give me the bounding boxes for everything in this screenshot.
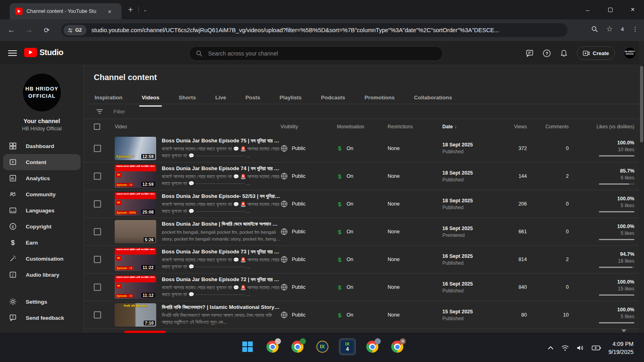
- col-monetisation[interactable]: Monetisation: [337, 124, 388, 130]
- col-comments[interactable]: Comments: [527, 124, 569, 130]
- browser-menu-icon[interactable]: ⋮: [632, 25, 638, 33]
- select-all-checkbox[interactable]: [94, 123, 100, 130]
- window-minimize-button[interactable]: –: [576, 0, 599, 19]
- back-icon[interactable]: ←: [6, 25, 17, 36]
- table-row[interactable]: ভিখারি নাকি বিজনেসম্যান 7:10 ভিখারি নাকি…: [84, 301, 644, 329]
- taskbar-chrome-2[interactable]: [289, 339, 305, 355]
- video-title[interactable]: Boss Dunia Jar Boshe Episode 75 | বস দুন…: [162, 138, 281, 144]
- thumb-episode-badge: Episode - 74: [116, 183, 133, 187]
- col-visibility[interactable]: Visibility: [281, 124, 337, 130]
- taskbar-chrome-4[interactable]: G: [389, 339, 405, 355]
- dashboard-icon: [9, 142, 17, 150]
- row-checkbox[interactable]: [94, 256, 101, 263]
- video-thumbnail[interactable]: আমাদের চ্যানেলে প্রতিদিন একটি করে ভিডিও …: [115, 165, 156, 188]
- hamburger-menu-icon[interactable]: [8, 49, 17, 58]
- audio-library-icon: ♪: [9, 271, 17, 279]
- notifications-bell-icon[interactable]: [560, 49, 568, 58]
- sidebar-item-languages[interactable]: Languages: [0, 202, 84, 218]
- reload-icon[interactable]: ⟳: [41, 25, 52, 36]
- tab-close-icon[interactable]: ×: [108, 8, 111, 15]
- row-checkbox[interactable]: [94, 311, 101, 319]
- help-icon[interactable]: ?: [543, 49, 551, 58]
- browser-scrollbar[interactable]: [639, 41, 644, 333]
- address-bar[interactable]: G2 studio.youtube.com/channel/UCT6cs2cfw…: [61, 23, 568, 37]
- monetisation-dollar-icon: $: [337, 173, 343, 180]
- video-title[interactable]: Boss Dunia Jar Boshe Episode 72 | বস দুন…: [162, 276, 281, 283]
- row-checkbox[interactable]: [94, 200, 101, 208]
- sidebar-item-copyright[interactable]: c Copyright: [0, 218, 84, 234]
- col-date[interactable]: Date ↓: [442, 124, 499, 130]
- taskbar-active-app[interactable]: IX4: [339, 339, 355, 355]
- toolbar-badge-count[interactable]: 4: [621, 26, 624, 32]
- sidebar-item-analytics[interactable]: Analytics: [0, 170, 84, 186]
- window-close-button[interactable]: ×: [621, 0, 644, 19]
- table-row[interactable]: আমাদের চ্যানেলে প্রতিদিন একটি করে ভিডিও …: [84, 273, 644, 301]
- bookmark-star-icon[interactable]: ☆: [606, 25, 613, 33]
- views-value: 372: [499, 146, 527, 151]
- browser-tab[interactable]: Channel content - YouTube Stu ×: [10, 3, 122, 19]
- start-button[interactable]: [239, 339, 256, 355]
- tab-search-chevron-icon[interactable]: ⌄: [143, 7, 147, 12]
- sidebar-item-customisation[interactable]: Customisation: [0, 251, 84, 267]
- video-title[interactable]: Boss Dunia Jar Boshe | ভিখারি ভেবে জামাই…: [162, 221, 281, 227]
- channel-search-input[interactable]: Search across your channel: [189, 46, 443, 61]
- video-title[interactable]: ভিখারি নাকি বিজনেসম্যান? | Islamic Motiv…: [162, 304, 281, 311]
- forward-icon[interactable]: →: [23, 25, 35, 36]
- table-row[interactable]: Episode- 7 12:59 Boss Dunia Jar Boshe Ep…: [84, 134, 644, 162]
- wifi-icon[interactable]: [561, 345, 569, 351]
- video-thumbnail[interactable]: আমাদের চ্যানেলে প্রতিদিন একটি করে ভিডিও …: [115, 276, 156, 299]
- video-thumbnail[interactable]: ভিখারি নাকি বিজনেসম্যান 7:10: [115, 303, 156, 327]
- row-checkbox[interactable]: [94, 228, 101, 235]
- table-row[interactable]: আমাদের চ্যানেলে প্রতিদিন একটি করে ভিডিও …: [84, 190, 644, 218]
- sidebar-item-audio-library[interactable]: ♪ Audio library: [0, 267, 84, 283]
- sidebar-item-earn[interactable]: $ Earn: [0, 234, 84, 251]
- col-restrictions[interactable]: Restrictions: [388, 124, 442, 130]
- taskbar-ix-app[interactable]: IX: [314, 339, 330, 355]
- views-value: 840: [499, 284, 527, 290]
- volume-icon[interactable]: [576, 345, 584, 351]
- sidebar-item-dashboard[interactable]: Dashboard: [0, 138, 84, 154]
- sidebar-item-content[interactable]: Content: [3, 154, 80, 170]
- restrictions-value: None: [388, 229, 442, 234]
- video-thumbnail[interactable]: 5:26: [115, 220, 156, 243]
- visibility-value: Public: [292, 173, 305, 179]
- sidebar-item-settings[interactable]: Settings: [0, 294, 84, 310]
- table-row[interactable]: আমাদের চ্যানেলে প্রতিদিন একটি করে ভিডিও …: [84, 245, 644, 273]
- table-row[interactable]: আমাদের চ্যানেলে প্রতিদিন একটি করে ভিডিও …: [84, 162, 644, 190]
- video-thumbnail[interactable]: আমাদের চ্যানেলে প্রতিদিন একটি করে ভিডিও …: [115, 248, 156, 271]
- col-video[interactable]: Video: [115, 124, 281, 130]
- taskbar-chrome-3[interactable]: [364, 339, 380, 355]
- video-thumbnail[interactable]: আমাদের চ্যানেলে প্রতিদিন একটি করে ভিডিও …: [115, 192, 156, 216]
- filter-bar[interactable]: Filter: [84, 104, 644, 119]
- sidebar-item-community[interactable]: Community: [0, 186, 84, 202]
- zoom-search-icon[interactable]: [591, 26, 598, 33]
- window-maximize-button[interactable]: [599, 0, 621, 19]
- account-avatar[interactable]: HB HRIDOY OFFICIAL: [624, 47, 636, 59]
- url-text: studio.youtube.com/channel/UCT6cs2cfwjRu…: [91, 27, 499, 33]
- taskbar-chrome-1[interactable]: [264, 339, 281, 355]
- channel-avatar[interactable]: HB HRIDOY OFFICIAL: [23, 74, 61, 111]
- video-title[interactable]: Boss Dunia Jar Boshe Episode 74 | বস দুন…: [162, 165, 281, 172]
- video-thumbnail[interactable]: Episode- 7 12:59: [115, 137, 156, 160]
- sidebar-item-send-feedback[interactable]: Send feedback: [0, 310, 84, 326]
- new-tab-button[interactable]: +: [128, 6, 133, 14]
- table-row[interactable]: 5:26 Boss Dunia Jar Boshe | ভিখারি ভেবে …: [84, 218, 644, 245]
- col-views[interactable]: Views: [499, 124, 527, 130]
- battery-icon[interactable]: [592, 345, 601, 351]
- row-checkbox[interactable]: [94, 173, 101, 180]
- likes-bar: [599, 155, 634, 156]
- site-settings-chip[interactable]: G2: [64, 25, 87, 35]
- row-checkbox[interactable]: [94, 145, 101, 152]
- video-title[interactable]: Boss Dunia Jar Boshe Episode 73 | বস দুন…: [162, 249, 281, 255]
- feedback-icon[interactable]: [526, 49, 534, 57]
- scrollbar-thumb[interactable]: [640, 66, 643, 142]
- taskbar-clock[interactable]: 4:09 PM 9/19/2025: [609, 340, 634, 356]
- likes-percentage: 100.0%: [569, 140, 634, 146]
- row-checkbox[interactable]: [94, 284, 101, 291]
- video-title[interactable]: Boss Dunia Jar Boshe Episode- 52/53 | বস…: [162, 193, 281, 200]
- create-button[interactable]: Create: [577, 46, 615, 60]
- tray-chevron-up-icon[interactable]: [547, 346, 554, 350]
- col-likes[interactable]: Likes (vs dislikes): [569, 124, 634, 130]
- visibility-value: Public: [292, 257, 305, 262]
- studio-logo[interactable]: Studio: [24, 48, 63, 57]
